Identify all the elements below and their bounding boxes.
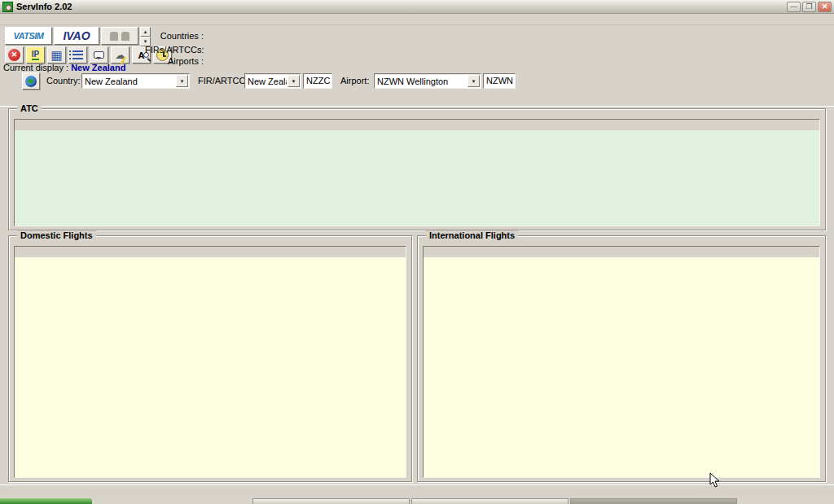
airport-dropdown-value: NZWN Wellington [375,77,467,86]
fir-dropdown[interactable]: New Zealand ▼ [244,73,301,89]
domestic-table-body [15,257,406,477]
grid-icon: ▦ [50,49,62,61]
observers-button[interactable] [101,27,138,45]
atc-groupbox: ATC [8,108,826,230]
storm-cloud-icon: ☁ [115,50,125,60]
chevron-down-icon[interactable]: ▼ [288,75,300,87]
domestic-flights-title: Domestic Flights [17,230,96,240]
taskbar-item[interactable] [411,498,568,504]
fir-dropdown-value: New Zealand [245,77,287,86]
atc-table-header [15,120,819,130]
grid-view-button[interactable]: ▦ [47,46,66,64]
selector-bar: Country: New Zealand ▼ FIR/ARTCC: New Ze… [0,72,834,91]
minimize-button[interactable]: — [787,2,801,12]
international-flights-table [423,246,820,478]
fir-code-field[interactable]: NZZC [303,73,332,89]
tab-bar [0,91,834,107]
toolbar: VATSIM IVAO ▲▼ ✕ IP ▦ ☁ A Current displa… [0,25,834,72]
atc-group-title: ATC [17,103,42,113]
firs-label: FIRs/ARTCCs: [145,45,204,55]
ivao-logo: IVAO [63,29,90,42]
atc-table-body [15,130,819,226]
stop-icon: ✕ [8,49,20,61]
chat-bubble-icon [94,51,104,59]
airport-dropdown[interactable]: NZWN Wellington ▼ [374,73,481,89]
list-icon [72,50,83,59]
person-icon [110,32,118,41]
close-button[interactable]: ✕ [818,2,832,12]
app-icon [2,2,13,12]
country-dropdown-value: New Zealand [82,77,175,86]
countries-label: Countries : [145,31,204,41]
domestic-flights-table [14,246,406,478]
ip-address-button[interactable]: IP [26,46,45,64]
globe-icon [25,76,37,87]
disconnect-button[interactable]: ✕ [5,46,24,64]
taskbar-sliver [0,498,834,504]
airport-select-label: Airport: [340,76,369,85]
taskbar-item-active[interactable] [570,498,737,504]
globe-search-button[interactable] [22,72,40,90]
person-icon [121,32,129,41]
international-flights-groupbox: International Flights [417,235,826,482]
start-button-sliver[interactable] [0,498,92,504]
servinfo-window: ServInfo 2.02 — ❐ ✕ VATSIM IVAO ▲▼ ✕ IP … [0,0,834,504]
atc-table [14,119,820,226]
list-view-button[interactable] [68,46,87,64]
title-bar[interactable]: ServInfo 2.02 — ❐ ✕ [0,0,834,14]
domestic-table-header [15,247,406,257]
font-search-icon: A [138,50,145,60]
menu-bar [0,14,834,25]
chevron-down-icon[interactable]: ▼ [467,75,480,87]
chat-button[interactable] [90,46,108,64]
weather-button[interactable]: ☁ [111,46,129,64]
country-select-label: Country: [46,76,81,85]
taskbar-item[interactable] [252,498,410,504]
international-flights-title: International Flights [426,230,518,240]
airports-label: Airports : [145,56,204,66]
restore-button[interactable]: ❐ [802,2,816,12]
window-title: ServInfo 2.02 [16,2,72,11]
international-table-header [424,247,819,257]
fir-select-label: FIR/ARTCC: [198,76,248,85]
ivao-network-button[interactable]: IVAO [54,27,99,45]
chevron-down-icon[interactable]: ▼ [176,75,188,87]
domestic-flights-groupbox: Domestic Flights [8,235,412,482]
ip-icon: IP [32,50,39,60]
country-dropdown[interactable]: New Zealand ▼ [81,73,190,89]
mouse-cursor [709,472,720,489]
airport-code-field[interactable]: NZWN [483,73,516,89]
international-table-body [424,257,819,477]
vatsim-network-button[interactable]: VATSIM [5,27,52,45]
vatsim-logo: VATSIM [14,31,44,41]
